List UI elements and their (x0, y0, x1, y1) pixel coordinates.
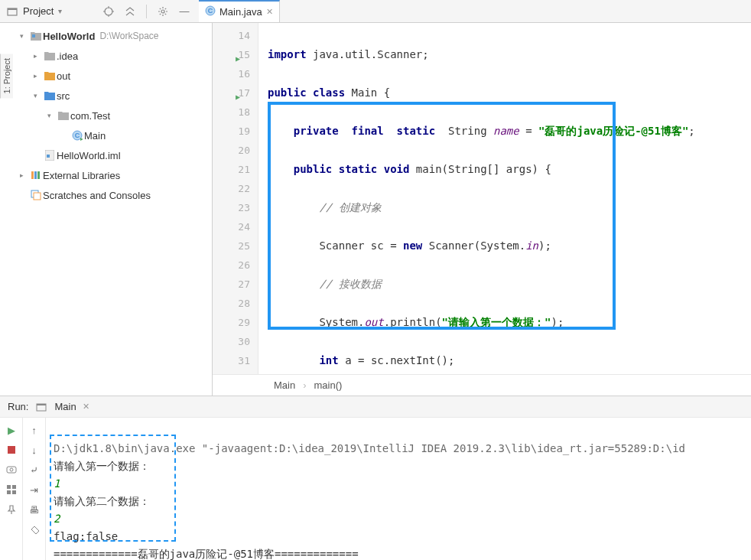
tree-scratches[interactable]: Scratches and Consoles (14, 185, 212, 205)
svg-point-7 (161, 10, 164, 13)
console-line: 请输入第一个数据： (54, 460, 150, 472)
console-line: flag:false (54, 530, 118, 542)
svg-rect-28 (7, 490, 11, 494)
project-panel-title: Project (23, 5, 54, 17)
soft-wrap-icon[interactable]: ⤶ (27, 462, 42, 477)
vertical-tab-project[interactable]: 1: Project (0, 54, 13, 98)
tree-package[interactable]: ▾ com.Test (14, 106, 212, 125)
svg-point-25 (10, 468, 13, 471)
run-toolbar-left2: ↑ ↓ ⤶ ⇥ 🖶 (23, 418, 46, 560)
rerun-icon[interactable]: ▶ (4, 422, 19, 438)
svg-rect-10 (32, 34, 35, 37)
svg-rect-29 (12, 490, 16, 494)
project-tree-panel: ▾ HelloWorld D:\WorkSpace ▸ .idea ▸ out … (14, 23, 213, 396)
editor-breadcrumb: Main › main() (213, 374, 751, 396)
tab-label: Main.java (219, 6, 262, 18)
svg-text:C: C (75, 132, 80, 139)
scratches-icon (29, 190, 43, 200)
svg-rect-18 (37, 171, 40, 179)
tree-root[interactable]: ▾ HelloWorld D:\WorkSpace (14, 26, 212, 46)
console-line: =============磊哥的java历险记-@51博客===========… (54, 548, 359, 560)
chevron-right-icon: › (303, 379, 306, 391)
code-editor[interactable]: import java.util.Scanner; public class M… (258, 23, 751, 374)
layout-icon[interactable] (4, 482, 19, 497)
project-icon (6, 5, 18, 18)
svg-rect-22 (37, 404, 46, 405)
editor-panel: 14 15▶ 16 17▶ 18 19 20 21 22 23 24 25 26… (213, 23, 751, 396)
svg-text:C: C (208, 7, 213, 15)
tree-iml[interactable]: HelloWorld.iml (14, 145, 212, 165)
breadcrumb-method[interactable]: main() (314, 379, 343, 391)
collapse-icon[interactable] (122, 3, 138, 20)
dropdown-icon[interactable]: ▾ (58, 7, 62, 15)
run-config-name[interactable]: Main (54, 401, 76, 412)
close-icon[interactable]: ✕ (83, 402, 89, 412)
stop-icon[interactable] (4, 442, 19, 457)
locate-icon[interactable] (100, 3, 117, 20)
dump-icon[interactable] (4, 462, 19, 477)
tree-external-libs[interactable]: ▸ External Libraries (14, 165, 212, 185)
pin-icon[interactable] (4, 502, 19, 517)
clear-icon[interactable] (27, 522, 42, 537)
line-gutter: 14 15▶ 16 17▶ 18 19 20 21 22 23 24 25 26… (213, 23, 258, 374)
console-input: 1 (54, 477, 60, 490)
project-name: HelloWorld (43, 31, 95, 42)
run-toolbar-left: ▶ (0, 418, 23, 560)
tree-out-folder[interactable]: ▸ out (14, 66, 212, 86)
svg-rect-16 (31, 171, 34, 179)
breadcrumb-class[interactable]: Main (274, 379, 295, 391)
library-icon (29, 170, 43, 181)
print-icon[interactable]: 🖶 (27, 502, 42, 517)
svg-rect-27 (12, 485, 16, 489)
run-label: Run: (8, 401, 28, 412)
tree-main-class[interactable]: C Main (14, 125, 212, 145)
up-icon[interactable]: ↑ (27, 422, 42, 438)
svg-rect-15 (47, 155, 50, 158)
svg-rect-20 (34, 193, 41, 200)
gear-icon[interactable] (154, 3, 171, 20)
console-output[interactable]: D:\jdk1.8\bin\java.exe "-javaagent:D:\id… (46, 418, 751, 560)
close-icon[interactable]: ✕ (266, 7, 273, 17)
run-config-icon (34, 402, 48, 412)
console-input: 2 (54, 513, 60, 525)
project-path: D:\WorkSpace (99, 31, 158, 41)
java-class-icon: C (205, 5, 216, 18)
svg-rect-1 (8, 8, 17, 10)
tab-main-java[interactable]: C Main.java ✕ (199, 0, 280, 22)
run-panel: Run: Main ✕ ▶ ↑ ↓ ⤶ ⇥ 🖶 D: (0, 396, 751, 560)
svg-rect-17 (34, 171, 37, 179)
tree-idea-folder[interactable]: ▸ .idea (14, 46, 212, 66)
hide-icon[interactable]: — (176, 3, 193, 20)
svg-marker-13 (80, 138, 83, 141)
scroll-end-icon[interactable]: ⇥ (27, 482, 42, 497)
svg-rect-24 (7, 467, 16, 473)
down-icon[interactable]: ↓ (27, 442, 42, 457)
svg-rect-26 (7, 485, 11, 489)
console-command: D:\jdk1.8\bin\java.exe "-javaagent:D:\id… (54, 442, 685, 454)
console-line: 请输入第二个数据： (54, 495, 150, 507)
svg-point-2 (105, 8, 112, 15)
tree-src-folder[interactable]: ▾ src (14, 86, 212, 106)
main-toolbar: Project ▾ — C Main.java ✕ (0, 0, 751, 23)
editor-tabs: C Main.java ✕ (199, 0, 280, 22)
svg-rect-23 (8, 446, 15, 454)
